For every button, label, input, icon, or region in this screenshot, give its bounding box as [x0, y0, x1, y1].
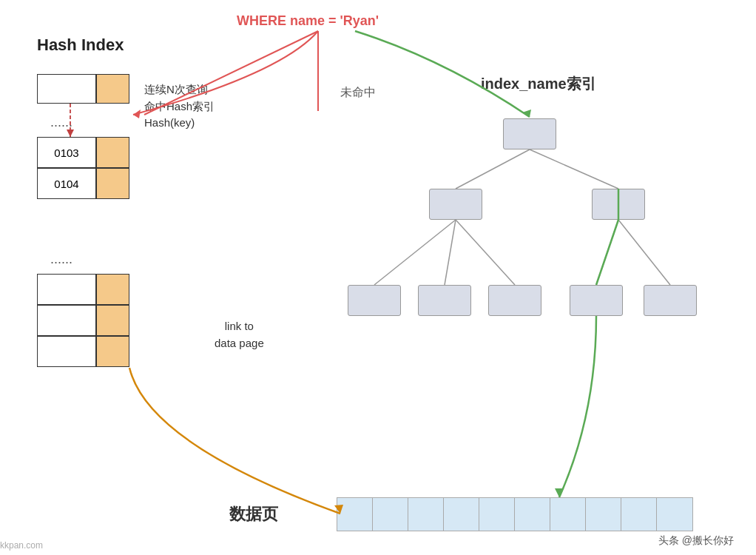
tree-node-l3-4: [570, 285, 623, 316]
data-cell-3: [408, 498, 444, 531]
hash-bot-key-3: [37, 336, 96, 367]
tree-node-l2-left: [429, 189, 482, 220]
data-cell-2: [373, 498, 408, 531]
hash-bot-row-2: [37, 305, 129, 336]
link-label: link todata page: [215, 318, 264, 352]
hash-ptr-0103: [96, 137, 129, 168]
hash-bot-ptr-1: [96, 274, 129, 305]
hash-mid-table: 0103 0104: [37, 137, 129, 199]
svg-line-5: [530, 149, 618, 189]
data-page-label: 数据页: [229, 503, 278, 525]
svg-line-4: [456, 149, 530, 189]
data-cell-8: [586, 498, 621, 531]
hash-bot-ptr-2: [96, 305, 129, 336]
data-cell-10: [657, 498, 692, 531]
miss-label: 未命中: [340, 85, 376, 101]
svg-line-7: [445, 220, 456, 285]
annotation-line2: 命中Hash索引: [144, 98, 215, 115]
tree-node-l2-right: [592, 189, 645, 220]
tree-node-l3-2: [418, 285, 471, 316]
hash-bot-key-1: [37, 274, 96, 305]
svg-marker-2: [133, 110, 141, 118]
data-page-row: [337, 497, 693, 531]
tree-node-l3-1: [348, 285, 401, 316]
hash-top-key-cell: [37, 74, 96, 104]
hash-key-0103: 0103: [37, 137, 96, 168]
svg-line-8: [456, 220, 515, 285]
svg-line-6: [374, 220, 456, 285]
data-cell-9: [621, 498, 657, 531]
svg-line-10: [618, 220, 670, 285]
data-cell-1: [337, 498, 373, 531]
where-label: WHERE name = 'Ryan': [237, 13, 379, 29]
tree-node-l3-3: [488, 285, 541, 316]
tree-node-root: [503, 118, 556, 149]
hash-top-table: [37, 74, 129, 104]
svg-marker-13: [67, 130, 74, 137]
hash-ptr-0104: [96, 168, 129, 199]
data-cell-7: [550, 498, 586, 531]
hash-bot-key-2: [37, 305, 96, 336]
svg-marker-3: [522, 110, 531, 117]
hash-bot-ptr-3: [96, 336, 129, 367]
hash-index-title: Hash Index: [37, 36, 124, 55]
hash-key-0104: 0104: [37, 168, 96, 199]
dots-bottom: ......: [50, 252, 72, 267]
hash-bot-table: [37, 274, 129, 367]
data-cell-4: [444, 498, 479, 531]
index-name-title: index_name索引: [481, 74, 596, 94]
watermark-right: 头条 @搬长你好: [658, 534, 734, 548]
watermark-left: kkpan.com: [0, 540, 43, 551]
data-cell-6: [515, 498, 550, 531]
svg-marker-11: [555, 488, 564, 497]
annotation-line3: Hash(key): [144, 115, 215, 132]
tree-node-l3-5: [644, 285, 697, 316]
annotation-text: 连续N次查询 命中Hash索引 Hash(key): [144, 81, 215, 132]
hash-row-0103: 0103: [37, 137, 129, 168]
hash-bot-row-3: [37, 336, 129, 367]
hash-top-ptr-cell: [96, 74, 129, 104]
data-cell-5: [479, 498, 515, 531]
hash-row-0104: 0104: [37, 168, 129, 199]
dots-top: ......: [50, 115, 72, 130]
diagram-container: WHERE name = 'Ryan' Hash Index ...... 01…: [0, 0, 756, 555]
svg-line-9: [596, 220, 618, 285]
annotation-line1: 连续N次查询: [144, 81, 215, 98]
hash-bot-row-1: [37, 274, 129, 305]
